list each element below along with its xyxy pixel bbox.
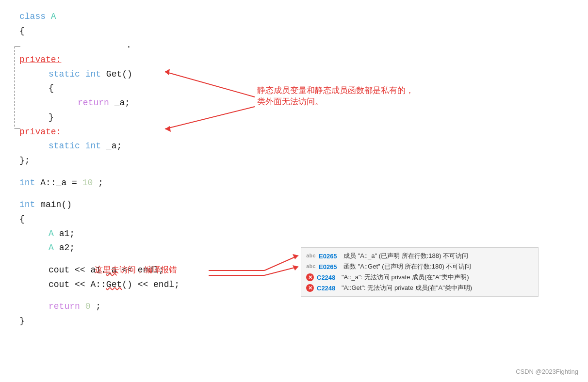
code-line-5: static int Get() xyxy=(19,67,569,82)
error-msg-4: "A::Get": 无法访问 private 成员(在"A"类中声明) xyxy=(342,284,472,292)
code-line-16: { xyxy=(19,212,569,227)
code-line-dot: . xyxy=(19,38,569,53)
error-popup: abc E0265 成员 "A::_a" (已声明 所在行数:188) 不可访问… xyxy=(301,247,539,297)
error-icon-abc-1: abc xyxy=(306,253,316,259)
code-line-8: } xyxy=(19,111,569,125)
code-line-private2: private: xyxy=(19,125,569,140)
private-keyword-2: private: xyxy=(19,127,61,137)
code-line-10: static int _a; xyxy=(19,139,569,154)
error-msg-2: 函数 "A::Get" (已声明 所在行数:180) 不可访问 xyxy=(343,262,472,271)
code-line-11: }; xyxy=(19,154,569,168)
code-line-13: int A::_a = 10 ; xyxy=(19,176,569,191)
error-row-2: abc E0265 函数 "A::Get" (已声明 所在行数:180) 不可访… xyxy=(306,261,533,272)
error-row-3: ✕ C2248 "A::_a": 无法访问 private 成员(在"A"类中声… xyxy=(306,272,533,283)
error-icon-abc-2: abc xyxy=(306,264,316,270)
error-icon-x-2: ✕ xyxy=(306,284,314,292)
error-row-1: abc E0265 成员 "A::_a" (已声明 所在行数:188) 不可访问 xyxy=(306,251,533,261)
error-code-1: E0265 xyxy=(319,253,341,260)
code-line-2: { xyxy=(19,24,569,39)
error-code-2: E0265 xyxy=(319,263,341,271)
code-line-24: } xyxy=(19,314,569,329)
watermark: CSDN @2023Fighting xyxy=(516,368,578,375)
error-msg-1: 成员 "A::_a" (已声明 所在行数:188) 不可访问 xyxy=(343,252,468,260)
error-code-3: C2248 xyxy=(317,274,339,281)
class-name: A xyxy=(51,12,56,21)
blank-2 xyxy=(19,190,569,198)
error-row-4: ✕ C2248 "A::Get": 无法访问 private 成员(在"A"类中… xyxy=(306,283,533,293)
code-line-17: A a1; xyxy=(19,227,569,241)
annotation-static-members: 静态成员变量和静态成员函数都是私有的， 类外面无法访问。 xyxy=(257,85,414,107)
code-line-private1: private: xyxy=(19,53,569,67)
annotation-compile-error: 这里去访问，编译报错 xyxy=(95,264,177,275)
error-icon-x-1: ✕ xyxy=(306,273,314,281)
error-code-4: C2248 xyxy=(317,285,339,292)
code-line-1: class A xyxy=(19,10,569,24)
keyword-class: class xyxy=(19,12,46,21)
error-msg-3: "A::_a": 无法访问 private 成员(在"A"类中声明) xyxy=(342,273,469,282)
blank-1 xyxy=(19,168,569,176)
private-keyword-1: private: xyxy=(19,55,61,64)
code-line-23: return 0 ; xyxy=(19,300,569,314)
code-line-15: int main() xyxy=(19,198,569,212)
